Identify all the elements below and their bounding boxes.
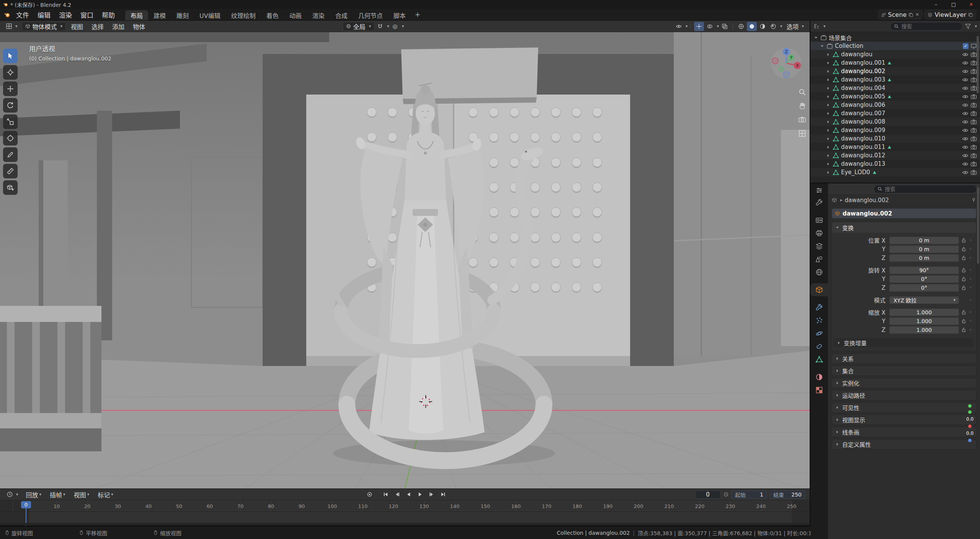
delta-transform-subpanel[interactable]: 变换增量 bbox=[833, 338, 973, 347]
overlays-caret[interactable]: ▾ bbox=[717, 24, 719, 29]
gizmo-x-label[interactable]: X bbox=[796, 63, 799, 68]
expand-caret-icon[interactable] bbox=[826, 136, 831, 141]
close-button[interactable]: ✕ bbox=[962, 0, 980, 9]
outliner-search-input[interactable] bbox=[901, 23, 959, 29]
autokey-toggle[interactable] bbox=[364, 490, 375, 499]
outliner-object-row[interactable]: dawanglou.002 bbox=[810, 67, 980, 75]
tool-add-cube[interactable] bbox=[3, 180, 18, 195]
options-dropdown[interactable]: 选项▾ bbox=[783, 22, 807, 31]
jump-to-start-button[interactable] bbox=[381, 490, 391, 499]
outliner-editor-icon[interactable] bbox=[813, 23, 820, 29]
value-field[interactable]: 0 m▾ bbox=[889, 254, 959, 262]
hide-viewport-eye-icon[interactable] bbox=[962, 161, 969, 167]
hide-viewport-eye-icon[interactable] bbox=[962, 110, 969, 117]
hide-viewport-eye-icon[interactable] bbox=[962, 144, 969, 150]
value-field[interactable]: 1.000▾ bbox=[889, 317, 959, 325]
value-field[interactable]: 0 m▾ bbox=[889, 245, 959, 253]
pin-icon[interactable] bbox=[971, 198, 976, 203]
expand-caret-icon[interactable] bbox=[820, 44, 825, 49]
tool-select-box[interactable] bbox=[3, 49, 18, 63]
shading-wireframe-button[interactable] bbox=[736, 22, 746, 31]
minimize-button[interactable]: – bbox=[927, 0, 945, 9]
app-menu-item[interactable]: 窗口 bbox=[76, 10, 98, 19]
expand-caret-icon[interactable] bbox=[826, 77, 831, 82]
app-menu-item[interactable]: 渲染 bbox=[55, 10, 76, 19]
expand-caret-icon[interactable] bbox=[826, 162, 831, 167]
viewport-menu-item[interactable]: 选择 bbox=[87, 22, 108, 31]
value-field[interactable]: 90°▾ bbox=[889, 266, 959, 274]
animate-decorator[interactable]: ◦ bbox=[968, 246, 973, 252]
add-workspace-button[interactable]: + bbox=[411, 11, 424, 18]
collapsed-panel-header[interactable]: 关系 bbox=[831, 353, 977, 364]
lock-icon[interactable] bbox=[961, 318, 967, 324]
expand-caret-icon[interactable] bbox=[826, 69, 831, 74]
end-frame-field[interactable]: 结束250 bbox=[770, 490, 805, 499]
navigation-gizmo[interactable]: Z X Y bbox=[769, 46, 804, 80]
unlink-scene-icon[interactable]: ✕ bbox=[915, 12, 919, 17]
outliner-object-row[interactable]: dawanglou.013 bbox=[810, 160, 980, 168]
collapsed-panel-header[interactable]: 集合 bbox=[831, 366, 977, 376]
tab-physics[interactable] bbox=[810, 327, 828, 340]
timeline-scrollbar[interactable] bbox=[0, 523, 810, 525]
expand-caret-icon[interactable] bbox=[813, 35, 818, 40]
lock-icon[interactable] bbox=[961, 237, 967, 243]
workspace-tab[interactable]: 雕刻 bbox=[171, 10, 194, 20]
disable-render-camera-icon[interactable] bbox=[970, 93, 977, 100]
outliner-object-row[interactable]: dawanglou.011 bbox=[810, 143, 980, 151]
hide-viewport-eye-icon[interactable] bbox=[962, 136, 969, 142]
properties-search[interactable] bbox=[874, 185, 977, 193]
tool-rotate[interactable] bbox=[3, 98, 18, 113]
disable-render-camera-icon[interactable] bbox=[970, 102, 977, 108]
timeline-ruler[interactable]: 1020304050607080901001101201301401501601… bbox=[0, 500, 810, 512]
outliner-search[interactable] bbox=[890, 22, 962, 31]
workspace-tab[interactable]: UV编辑 bbox=[194, 10, 226, 20]
collapsed-panel-header[interactable]: 线条画 bbox=[831, 427, 977, 437]
collection-checkbox[interactable]: ✓ bbox=[963, 43, 969, 49]
app-menu-item[interactable]: 文件 bbox=[12, 10, 33, 19]
mode-dropdown[interactable]: 物体模式▾ bbox=[22, 22, 66, 31]
viewport-canvas[interactable]: 用户透视 (0) Collection | dawanglou.002 Z X … bbox=[0, 32, 810, 488]
expand-caret-icon[interactable] bbox=[826, 60, 831, 65]
tab-texture[interactable] bbox=[810, 384, 828, 397]
lock-icon[interactable] bbox=[961, 255, 967, 261]
value-field[interactable]: 0°▾ bbox=[889, 284, 959, 292]
disable-render-camera-icon[interactable] bbox=[970, 127, 977, 134]
outliner-object-row[interactable]: dawanglou.012 bbox=[810, 151, 980, 160]
expand-caret-icon[interactable] bbox=[826, 94, 831, 99]
expand-caret-icon[interactable] bbox=[826, 103, 831, 108]
outliner-object-row[interactable]: dawanglou.008 bbox=[810, 118, 980, 126]
filter-funnel-icon[interactable] bbox=[965, 23, 971, 29]
expand-caret-icon[interactable] bbox=[826, 145, 831, 150]
orientation-dropdown[interactable]: 全局▾ bbox=[343, 22, 375, 31]
hide-viewport-eye-icon[interactable] bbox=[962, 60, 969, 66]
outliner-object-row[interactable]: dawanglou.007 bbox=[810, 109, 980, 118]
zoom-icon[interactable] bbox=[798, 88, 806, 96]
start-frame-field[interactable]: 起始1 bbox=[732, 490, 767, 499]
outliner-object-row[interactable]: dawanglou.009 bbox=[810, 126, 980, 134]
animate-decorator[interactable]: ◦ bbox=[968, 267, 973, 273]
gizmo-z-label[interactable]: Z bbox=[785, 49, 788, 54]
hide-viewport-eye-icon[interactable] bbox=[962, 77, 969, 83]
editor-type-button[interactable]: ▾ bbox=[2, 22, 21, 31]
tab-scene[interactable] bbox=[810, 253, 828, 266]
shading-material-button[interactable] bbox=[758, 22, 768, 31]
pan-hand-icon[interactable] bbox=[798, 102, 806, 110]
workspace-tab[interactable]: 渲染 bbox=[307, 10, 330, 20]
tool-scale[interactable] bbox=[3, 114, 18, 129]
animate-decorator[interactable]: ◦ bbox=[968, 297, 973, 303]
scene-selector[interactable]: Scene ✕ bbox=[878, 10, 923, 19]
collapsed-panel-header[interactable]: 自定义属性 bbox=[831, 439, 977, 449]
animate-decorator[interactable]: ◦ bbox=[968, 318, 973, 324]
show-gizmos-toggle[interactable] bbox=[694, 22, 704, 31]
timeline-track-area[interactable]: 1020304050607080901001101201301401501601… bbox=[0, 500, 810, 526]
animate-decorator[interactable]: ◦ bbox=[968, 276, 973, 282]
expand-caret-icon[interactable] bbox=[826, 170, 831, 175]
expand-caret-icon[interactable] bbox=[826, 52, 831, 57]
tab-object[interactable] bbox=[810, 283, 828, 296]
scene-collection-row[interactable]: 场景集合 bbox=[810, 33, 980, 42]
animate-decorator[interactable]: ◦ bbox=[968, 327, 973, 333]
object-name-field[interactable]: dawanglou.002 bbox=[831, 208, 977, 219]
disable-render-camera-icon[interactable] bbox=[970, 68, 977, 75]
lock-icon[interactable] bbox=[961, 327, 967, 333]
workspace-tab[interactable]: 动画 bbox=[284, 10, 307, 20]
